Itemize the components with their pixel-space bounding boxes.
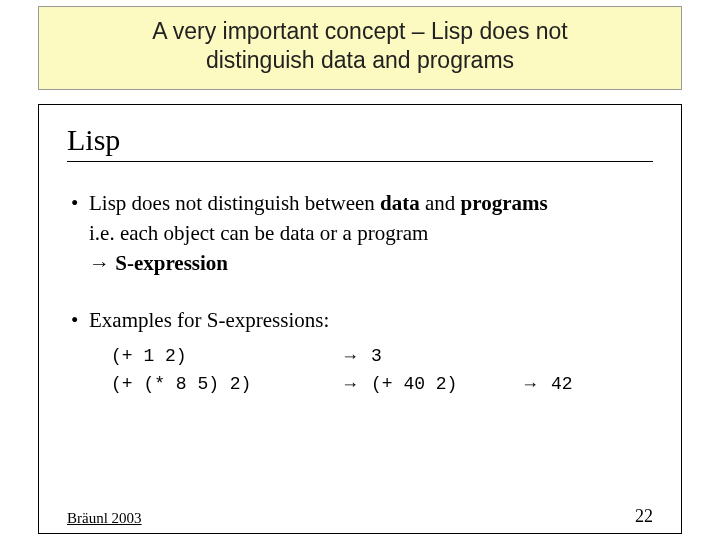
bullet-1: Lisp does not distinguish between data a…: [67, 188, 653, 279]
b1-bold-data: data: [380, 191, 420, 215]
banner: A very important concept – Lisp does not…: [38, 6, 682, 90]
banner-text: A very important concept – Lisp does not…: [79, 17, 641, 75]
example-result: 3: [371, 343, 521, 371]
slide-rule: [67, 161, 653, 162]
bullet-list: Lisp does not distinguish between data a…: [67, 188, 653, 400]
footer-page-number: 22: [635, 506, 653, 527]
example-result: (+ 40 2): [371, 371, 521, 399]
slide-frame: Lisp Lisp does not distinguish between d…: [38, 104, 682, 534]
examples-block: (+ 1 2) → 3 (+ (* 8 5) 2) → (+ 40 2) → 4…: [111, 343, 653, 399]
banner-line2: distinguish data and programs: [206, 47, 514, 73]
b1-sexpr: S-expression: [115, 251, 228, 275]
banner-line1: A very important concept – Lisp does not: [152, 18, 568, 44]
footer-author: Bräunl 2003: [67, 510, 142, 527]
slide-title: Lisp: [67, 123, 653, 157]
example-expr: (+ 1 2): [111, 343, 341, 371]
arrow-icon: →: [89, 251, 110, 275]
example-expr: (+ (* 8 5) 2): [111, 371, 341, 399]
arrow-icon: →: [341, 343, 371, 371]
example-row: (+ (* 8 5) 2) → (+ 40 2) → 42: [111, 371, 653, 399]
arrow-icon: →: [341, 371, 371, 399]
example-result2: 42: [551, 371, 573, 399]
arrow-icon: →: [521, 371, 551, 399]
arrow-icon: [521, 343, 551, 371]
example-row: (+ 1 2) → 3: [111, 343, 653, 371]
b2-text: Examples for S-expressions:: [89, 308, 329, 332]
b1-pre: Lisp does not distinguish between: [89, 191, 380, 215]
b1-mid: and: [420, 191, 461, 215]
b1-line2: i.e. each object can be data or a progra…: [89, 221, 428, 245]
bullet-2: Examples for S-expressions: (+ 1 2) → 3 …: [67, 305, 653, 399]
b1-bold-programs: programs: [461, 191, 548, 215]
